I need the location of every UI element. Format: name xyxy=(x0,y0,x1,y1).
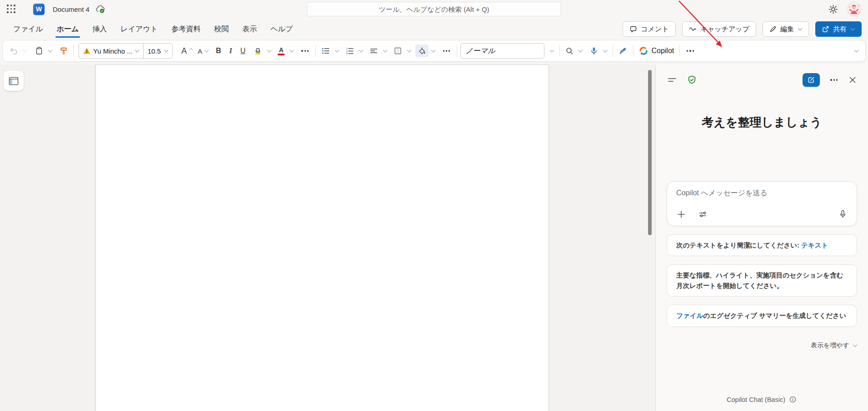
panel-more-options-button[interactable] xyxy=(828,78,840,81)
underline-button[interactable]: U xyxy=(238,45,248,57)
font-color-button[interactable]: A xyxy=(275,45,287,58)
numbered-list-button[interactable]: 1 2 3 xyxy=(343,45,356,57)
find-button[interactable] xyxy=(563,45,576,57)
style-menu-chevron[interactable] xyxy=(547,48,556,54)
dictate-menu-chevron[interactable] xyxy=(600,48,609,54)
more-dots-icon xyxy=(442,50,452,51)
highlighter-button[interactable] xyxy=(251,45,264,57)
plus-icon xyxy=(677,210,685,218)
vertical-scrollbar[interactable] xyxy=(648,70,652,235)
tab-review[interactable]: 校閲 xyxy=(207,18,235,40)
font-name-select[interactable]: Yu Mincho ... xyxy=(79,44,143,58)
dictate-button[interactable] xyxy=(588,45,600,57)
new-chat-icon xyxy=(808,76,815,84)
undo-menu-chevron[interactable] xyxy=(20,48,29,54)
font-color-icon: A xyxy=(278,47,284,55)
suggestion-link-text[interactable]: テキスト xyxy=(801,242,828,249)
shading-button[interactable] xyxy=(415,45,429,57)
suggestion-link-file[interactable]: ファイル xyxy=(676,312,703,319)
chat-history-button[interactable] xyxy=(667,76,678,84)
more-dots-icon xyxy=(685,50,695,51)
font-controls: Yu Mincho ... 10.5 xyxy=(79,43,173,59)
bullet-list-menu-chevron[interactable] xyxy=(332,48,341,54)
more-dots-icon xyxy=(300,50,310,51)
tab-view[interactable]: 表示 xyxy=(235,18,264,40)
tab-references[interactable]: 参考資料 xyxy=(165,18,207,40)
find-menu-chevron[interactable] xyxy=(576,48,585,54)
document-page[interactable] xyxy=(95,64,549,411)
word-logo[interactable]: W xyxy=(33,4,45,15)
search-input[interactable] xyxy=(307,2,561,16)
shrink-font-icon xyxy=(205,48,209,52)
options-tune-button[interactable] xyxy=(698,210,708,219)
more-font-options-button[interactable] xyxy=(298,48,312,54)
ribbon-options-chevron[interactable] xyxy=(852,48,861,54)
shading-menu-chevron[interactable] xyxy=(429,48,438,54)
alignment-button[interactable] xyxy=(367,45,380,57)
bullet-list-icon xyxy=(321,47,330,55)
grow-font-button[interactable]: A xyxy=(179,45,195,57)
copilot-panel-header xyxy=(667,73,857,87)
top-header-bar: W Document 4 xyxy=(0,0,868,18)
divider xyxy=(315,45,316,57)
attach-plus-button[interactable] xyxy=(676,209,686,219)
app-launcher-icon[interactable] xyxy=(6,4,17,15)
tab-help[interactable]: ヘルプ xyxy=(264,18,299,40)
copilot-plan-footer: Copilot Chat (Basic) xyxy=(667,395,857,404)
paste-menu-chevron[interactable] xyxy=(45,48,55,54)
style-select[interactable]: ノーマル xyxy=(460,43,544,59)
editing-mode-button[interactable]: 編集 xyxy=(763,21,809,37)
navigation-pane-toggle[interactable] xyxy=(4,71,24,91)
tune-sliders-icon xyxy=(699,211,708,218)
borders-menu-chevron[interactable] xyxy=(404,48,414,54)
bullet-list-button[interactable] xyxy=(319,45,332,57)
shrink-font-button[interactable]: A xyxy=(195,45,211,57)
suggestion-card-executive-summary[interactable]: ファイルのエグゼクティブ サマリーを生成してください xyxy=(667,305,857,327)
more-dots-icon xyxy=(829,79,839,80)
comments-button[interactable]: コメント xyxy=(623,21,675,37)
suggestion-card-concise-text[interactable]: 次のテキストをより簡潔にしてください: テキスト xyxy=(667,234,857,256)
catch-up-icon xyxy=(689,26,697,32)
show-more-button[interactable]: 表示を増やす xyxy=(667,342,857,350)
more-commands-button[interactable] xyxy=(683,48,698,54)
copilot-panel: 考えを整理しましょう xyxy=(655,64,868,411)
copilot-message-input[interactable] xyxy=(676,189,848,197)
format-painter-icon xyxy=(60,47,68,55)
font-size-select[interactable]: 10.5 xyxy=(143,44,172,58)
font-color-menu-chevron[interactable] xyxy=(287,48,296,54)
tab-layout[interactable]: レイアウト xyxy=(114,18,165,40)
tab-home[interactable]: ホーム xyxy=(50,18,86,40)
tab-insert[interactable]: 挿入 xyxy=(85,18,114,40)
settings-gear-icon[interactable] xyxy=(828,4,839,15)
document-title[interactable]: Document 4 xyxy=(53,5,90,13)
undo-button[interactable] xyxy=(7,45,20,57)
borders-button[interactable] xyxy=(391,45,404,57)
highlighter-menu-chevron[interactable] xyxy=(264,48,274,54)
catch-up-button[interactable]: キャッチアップ xyxy=(682,21,756,37)
cloud-saved-icon[interactable] xyxy=(95,5,106,14)
voice-input-button[interactable] xyxy=(838,209,848,219)
font-warning-icon xyxy=(83,48,90,54)
search-icon xyxy=(565,47,574,55)
copilot-button[interactable]: Copilot xyxy=(637,44,676,58)
new-chat-button[interactable] xyxy=(803,73,820,87)
microphone-icon xyxy=(839,210,847,218)
more-paragraph-options-button[interactable] xyxy=(439,48,454,54)
user-avatar[interactable] xyxy=(847,2,861,16)
format-painter-button[interactable] xyxy=(57,45,70,57)
topbar-right xyxy=(828,2,861,16)
close-panel-button[interactable] xyxy=(848,75,857,84)
tab-file[interactable]: ファイル xyxy=(6,18,50,40)
suggestion-card-monthly-report[interactable]: 主要な指標、ハイライト、実施項目のセクションを含む月次レポートを開始してください… xyxy=(667,264,857,297)
editor-button[interactable] xyxy=(616,45,630,57)
bold-button[interactable]: B xyxy=(214,45,224,57)
info-icon[interactable] xyxy=(788,395,797,404)
chat-history-icon xyxy=(668,77,677,83)
privacy-shield-icon[interactable] xyxy=(687,74,697,85)
share-button[interactable]: 共有 xyxy=(815,21,862,37)
numbered-list-menu-chevron[interactable] xyxy=(356,48,365,54)
paste-button[interactable] xyxy=(33,45,45,57)
alignment-menu-chevron[interactable] xyxy=(380,48,389,54)
italic-button[interactable]: I xyxy=(227,45,234,57)
borders-icon xyxy=(394,47,402,55)
